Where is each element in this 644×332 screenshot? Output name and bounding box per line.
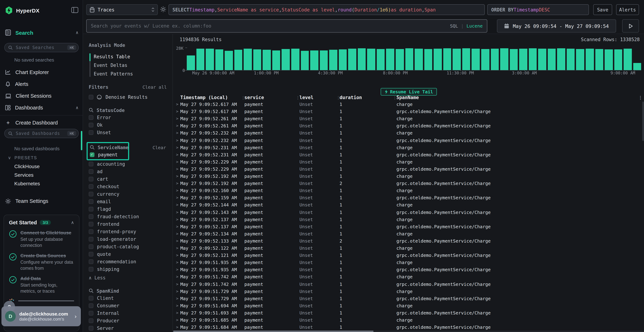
sidebar-scrollbar-thumb[interactable] (81, 131, 82, 150)
checkbox[interactable] (89, 130, 94, 135)
row-expand-chevron[interactable]: > (176, 109, 178, 114)
row-expand-chevron[interactable]: > (176, 217, 178, 222)
checkbox[interactable] (89, 192, 94, 196)
row-expand-chevron[interactable]: > (176, 210, 178, 214)
col-duration[interactable]: duration (340, 95, 362, 100)
save-button[interactable]: Save (593, 4, 612, 15)
row-expand-chevron[interactable]: > (176, 232, 178, 236)
histogram-bar[interactable] (187, 55, 195, 70)
row-expand-chevron[interactable]: > (176, 196, 178, 200)
table-horizontal-scrollbar[interactable] (173, 330, 644, 332)
table-row[interactable]: >May 27 9:09:52.144 AMpaymentUnset1charg… (173, 202, 644, 210)
histogram-bar[interactable] (377, 49, 385, 70)
chevron-up-icon[interactable]: ∧ (76, 105, 78, 110)
histogram-bar[interactable] (624, 49, 632, 70)
table-row[interactable]: >May 27 9:09:52.134 AMpaymentUnset1charg… (173, 231, 644, 238)
histogram-bar[interactable] (424, 49, 432, 70)
row-expand-chevron[interactable]: > (176, 310, 178, 315)
filter-option-consumer[interactable]: Consumer (89, 302, 167, 310)
get-started-item[interactable]: Connect to ClickHouseSet up your databas… (9, 230, 74, 248)
table-row[interactable]: >May 27 9:09:52.133 AMpaymentUnset2grpc.… (173, 238, 644, 246)
row-expand-chevron[interactable]: > (176, 325, 178, 330)
checkbox[interactable] (89, 123, 94, 127)
resume-live-tail-button[interactable]: Resume Live Tail (381, 88, 437, 96)
histogram-bar[interactable] (557, 48, 565, 70)
chevron-up-icon[interactable]: ∧ (76, 30, 78, 35)
sidebar-item-dashboards[interactable]: Dashboards∧ (5, 104, 78, 112)
histogram-bar[interactable] (614, 49, 622, 70)
sidebar-item-team-settings[interactable]: Team Settings (5, 197, 78, 205)
filter-option-frontend-proxy[interactable]: frontend-proxy (89, 228, 167, 236)
histogram-bar[interactable] (510, 49, 518, 70)
checkbox[interactable] (89, 326, 94, 330)
histogram-bar[interactable] (472, 49, 480, 70)
saved-searches-input[interactable]: Saved Searches ⌘K (4, 43, 79, 52)
preset-services[interactable]: Services (14, 172, 34, 178)
table-row[interactable]: >May 27 9:09:51.935 AMpaymentUnset1grpc.… (173, 267, 644, 274)
table-row[interactable]: >May 27 9:09:52.232 AMpaymentUnset1grpc.… (173, 138, 644, 145)
date-range-picker[interactable]: May 26 09:09:54 - May 27 09:09:54 (497, 19, 616, 32)
column-resize-handle[interactable]: ⋮ (393, 96, 397, 100)
checkbox[interactable] (89, 199, 94, 204)
row-expand-chevron[interactable]: > (176, 289, 178, 294)
table-row[interactable]: >May 27 9:09:52.229 AMpaymentUnset1charg… (173, 159, 644, 166)
checkbox[interactable] (89, 237, 94, 242)
run-query-button[interactable] (622, 19, 639, 32)
get-started-item[interactable]: Add DataStart sending logs, metrics, or … (9, 276, 74, 294)
row-expand-chevron[interactable]: > (176, 238, 178, 243)
table-row[interactable]: >May 27 9:09:52.231 AMpaymentUnset1grpc.… (173, 152, 644, 159)
checkbox[interactable] (89, 311, 94, 316)
table-row[interactable]: >May 27 9:09:52.617 AMpaymentUnset1charg… (173, 102, 644, 109)
column-resize-handle[interactable]: ⋮ (296, 96, 300, 100)
histogram-bar[interactable] (453, 49, 461, 70)
filter-option-accounting[interactable]: accounting (89, 160, 167, 168)
row-expand-chevron[interactable]: > (176, 246, 178, 250)
table-row[interactable]: >May 27 9:09:51.685 AMpaymentUnset1charg… (173, 317, 644, 324)
denoise-results-checkbox-row[interactable]: Denoise Results (89, 94, 167, 101)
histogram-bar[interactable] (500, 48, 508, 70)
row-expand-chevron[interactable]: > (176, 296, 178, 301)
search-input[interactable] (91, 23, 450, 28)
table-row[interactable]: >May 27 9:09:52.192 AMpaymentUnset1charg… (173, 174, 644, 181)
filter-option-product-catalog[interactable]: product-catalog (89, 243, 167, 250)
filter-option-server[interactable]: Server (89, 324, 167, 332)
row-expand-chevron[interactable]: > (176, 160, 178, 164)
table-row[interactable]: >May 27 9:09:52.617 AMpaymentUnset1grpc.… (173, 109, 644, 116)
histogram-bar[interactable] (263, 50, 271, 70)
filter-group-header[interactable]: ServiceName (90, 144, 126, 151)
row-expand-chevron[interactable]: > (176, 274, 178, 279)
checkbox[interactable] (89, 296, 94, 300)
row-expand-chevron[interactable]: > (176, 318, 178, 322)
table-row[interactable]: >May 27 9:09:52.261 AMpaymentUnset1charg… (173, 116, 644, 123)
table-row[interactable]: >May 27 9:09:52.231 AMpaymentUnset1charg… (173, 145, 644, 152)
histogram-bar[interactable] (519, 49, 527, 70)
filter-option-recommendation[interactable]: recommendation (89, 258, 167, 266)
user-menu[interactable]: D dale@clickhouse.com dale@clickhouse.co… (2, 306, 81, 326)
mode-results-table[interactable]: Results Table (94, 52, 167, 61)
filter-option-ad[interactable]: ad (89, 168, 167, 175)
histogram-bar[interactable] (405, 48, 413, 70)
histogram-bar[interactable] (538, 49, 546, 70)
checkbox[interactable] (89, 304, 94, 308)
histogram-bar[interactable] (206, 49, 214, 70)
histogram-bar[interactable] (396, 49, 404, 70)
col-timestamp[interactable]: Timestamp (Local) (180, 95, 228, 100)
histogram-bar[interactable] (528, 48, 537, 70)
histogram-bar[interactable] (548, 49, 556, 70)
sidebar-item-chart-explorer[interactable]: Chart Explorer (5, 68, 78, 76)
table-row[interactable]: >May 27 9:09:51.694 AMpaymentUnset1charg… (173, 303, 644, 310)
filter-option-quote[interactable]: quote (89, 250, 167, 258)
table-row[interactable]: >May 27 9:09:52.261 AMpaymentUnset1grpc.… (173, 123, 644, 130)
row-expand-chevron[interactable]: > (176, 304, 178, 308)
filter-group-header[interactable]: SpanKind (89, 287, 167, 294)
checkbox[interactable] (89, 244, 94, 249)
histogram-bar[interactable] (633, 63, 641, 70)
col-level[interactable]: level (300, 95, 314, 100)
row-expand-chevron[interactable]: > (176, 224, 178, 229)
col-service[interactable]: service (244, 95, 264, 100)
lucene-mode-toggle[interactable]: Lucene (466, 23, 483, 28)
histogram-bar[interactable] (329, 50, 337, 70)
table-row[interactable]: >May 27 9:09:52.121 AMpaymentUnset1grpc.… (173, 252, 644, 260)
histogram-bar[interactable] (225, 51, 233, 70)
row-expand-chevron[interactable]: > (176, 102, 178, 106)
